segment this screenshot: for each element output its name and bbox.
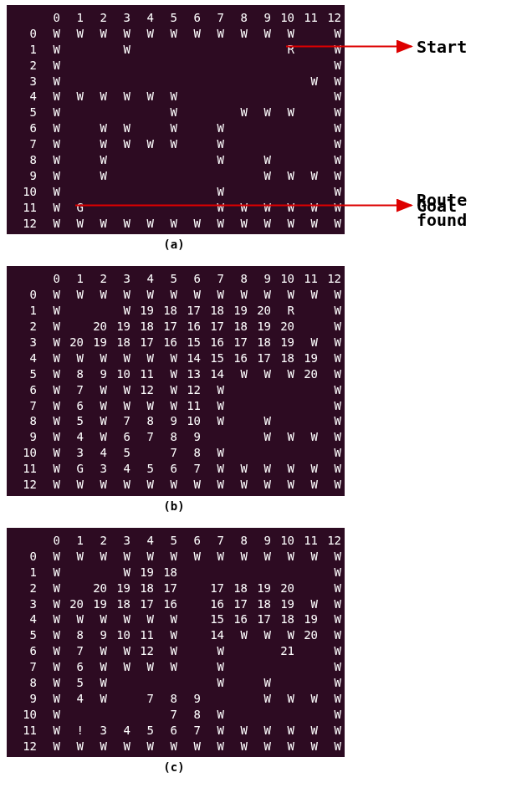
grid-cell: W xyxy=(294,429,318,445)
grid-cell: 15 xyxy=(177,335,201,350)
grid-cell: W xyxy=(60,89,84,105)
grid-cell: 7 xyxy=(60,382,84,398)
grid-cell: W xyxy=(318,105,341,120)
grid-cell: 17 xyxy=(201,581,224,596)
grid-cell: 19 xyxy=(248,319,271,335)
row-index: 8 xyxy=(13,152,37,168)
grid-cell: W xyxy=(37,445,60,461)
grid-cell: 7 xyxy=(130,429,154,445)
grid-cell: W xyxy=(318,168,341,184)
row-index: 11 xyxy=(13,461,37,477)
grid-cell: W xyxy=(318,74,341,90)
grid-cell: 19 xyxy=(294,350,318,366)
grid-cell: 19 xyxy=(107,581,130,596)
row-index: 1 xyxy=(13,303,37,319)
row-index: 4 xyxy=(13,611,37,627)
grid-cell: W xyxy=(201,477,224,493)
grid-cell: W xyxy=(84,413,107,429)
grid-cell: 11 xyxy=(130,627,154,643)
col-index: 11 xyxy=(294,271,318,287)
grid-cell: 4 xyxy=(107,723,130,739)
grid-cell: 19 xyxy=(294,611,318,627)
grid-cell: W xyxy=(37,303,60,319)
grid-cell: 4 xyxy=(107,461,130,477)
grid-cell: W xyxy=(294,168,318,184)
grid-cell: W xyxy=(318,184,341,200)
grid-cell: 7 xyxy=(130,691,154,707)
grid-cell: 14 xyxy=(201,627,224,643)
grid-cell: W xyxy=(37,168,60,184)
grid-cell: 10 xyxy=(177,413,201,429)
grid-cell: W xyxy=(177,26,201,42)
grid-cell: W xyxy=(318,366,341,382)
grid-cell: W xyxy=(130,739,154,755)
col-index: 8 xyxy=(224,533,248,549)
grid-cell: W xyxy=(248,168,271,184)
grid-cell: W xyxy=(224,549,248,565)
grid-cell: W xyxy=(201,26,224,42)
grid-cell: 17 xyxy=(224,596,248,612)
grid-cell: W xyxy=(84,382,107,398)
grid-cell: W xyxy=(177,739,201,755)
grid-cell: W xyxy=(37,74,60,90)
grid-cell: 18 xyxy=(130,581,154,596)
grid-cell: W xyxy=(37,335,60,350)
col-index: 1 xyxy=(60,271,84,287)
grid-cell: W xyxy=(84,350,107,366)
grid-cell: W xyxy=(130,611,154,627)
row-index: 4 xyxy=(13,350,37,366)
grid-cell: W xyxy=(107,303,130,319)
grid-cell: W xyxy=(84,659,107,675)
grid-cell: W xyxy=(107,350,130,366)
grid-cell: 15 xyxy=(201,611,224,627)
grid-cell: W xyxy=(201,216,224,232)
grid-cell: W xyxy=(84,643,107,659)
col-index: 8 xyxy=(224,10,248,26)
grid-cell: W xyxy=(154,287,177,303)
grid-cell: W xyxy=(248,461,271,477)
col-index: 1 xyxy=(60,533,84,549)
grid-cell: 9 xyxy=(177,429,201,445)
grid-cell: W xyxy=(84,429,107,445)
row-index: 6 xyxy=(13,382,37,398)
row-index: 9 xyxy=(13,429,37,445)
grid-cell: W xyxy=(201,120,224,136)
grid-cell: W xyxy=(37,461,60,477)
col-index: 3 xyxy=(107,271,130,287)
grid-cell: W xyxy=(318,136,341,152)
grid-cell: 5 xyxy=(107,445,130,461)
row-index: 4 xyxy=(13,89,37,105)
grid-cell: W xyxy=(107,477,130,493)
grid-cell: W xyxy=(37,89,60,105)
grid-cell: W xyxy=(37,691,60,707)
grid-cell: W xyxy=(271,461,294,477)
grid-cell: 3 xyxy=(84,723,107,739)
grid-cell: 19 xyxy=(224,303,248,319)
grid-cell: W xyxy=(60,611,84,627)
grid-cell: W xyxy=(201,152,224,168)
grid-cell: W xyxy=(154,477,177,493)
grid-cell: W xyxy=(318,643,341,659)
grid-cell: W xyxy=(37,549,60,565)
row-index: 12 xyxy=(13,477,37,493)
grid-cell: W xyxy=(248,739,271,755)
grid-cell: W xyxy=(154,26,177,42)
grid-cell: W xyxy=(248,675,271,691)
grid-cell: 6 xyxy=(154,723,177,739)
grid-cell: W xyxy=(271,549,294,565)
grid-cell: W xyxy=(154,398,177,414)
grid-cell: W xyxy=(294,596,318,612)
col-index: 9 xyxy=(248,271,271,287)
grid-cell: 18 xyxy=(107,335,130,350)
grid-cell: 20 xyxy=(248,303,271,319)
grid-cell: 7 xyxy=(177,461,201,477)
grid-cell: W xyxy=(37,58,60,74)
grid-cell: W xyxy=(177,477,201,493)
grid-cell: W xyxy=(318,659,341,675)
grid-cell: W xyxy=(271,26,294,42)
grid-cell: W xyxy=(318,58,341,74)
grid-cell: W xyxy=(37,319,60,335)
row-index: 2 xyxy=(13,319,37,335)
grid-cell: W xyxy=(130,659,154,675)
grid-cell: 11 xyxy=(130,366,154,382)
